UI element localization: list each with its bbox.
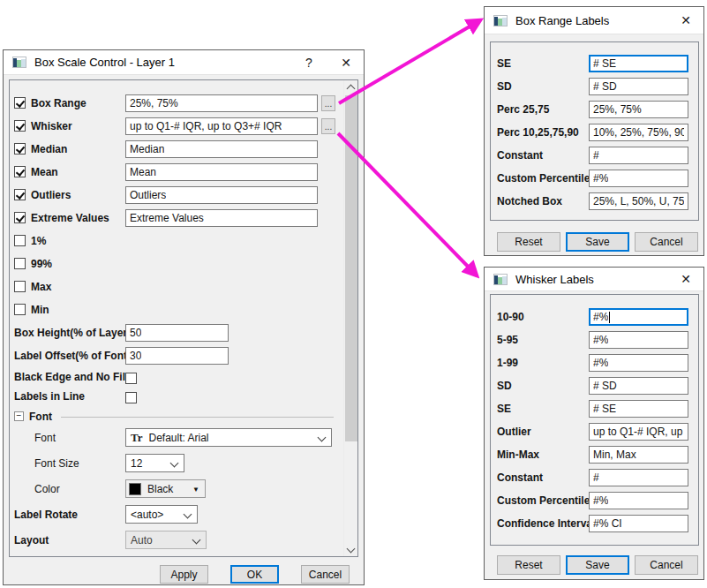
titlebar[interactable]: Box Scale Control - Layer 1 ? ✕ xyxy=(4,50,364,75)
input-box-range[interactable]: 25%, 75% xyxy=(125,94,318,112)
apply-button[interactable]: Apply xyxy=(160,565,208,584)
input-value: # SE xyxy=(593,57,616,70)
input-value: 30 xyxy=(130,350,141,362)
dropdown-arrow-icon: ▼ xyxy=(192,485,199,493)
input-mean[interactable]: Mean xyxy=(125,163,318,181)
input-median[interactable]: Median xyxy=(125,140,318,158)
input-value: # xyxy=(593,471,599,484)
checkbox-outliers[interactable] xyxy=(14,189,26,200)
checkbox-min[interactable] xyxy=(14,304,26,315)
cancel-button[interactable]: Cancel xyxy=(635,555,698,575)
close-icon[interactable]: ✕ xyxy=(673,272,698,286)
row-font: −Font xyxy=(10,409,342,425)
checkbox-max[interactable] xyxy=(14,281,26,292)
checkbox-1[interactable] xyxy=(14,235,26,246)
group-divider xyxy=(61,417,334,418)
dialog-buttons: Apply OK Cancel xyxy=(160,565,350,584)
label-whisker: Whisker xyxy=(31,120,72,132)
ok-button[interactable]: OK xyxy=(230,565,279,584)
collapse-icon[interactable]: − xyxy=(14,411,24,421)
input-box-height-of-layer[interactable]: 50 xyxy=(125,324,229,342)
row-labels-in-line: Labels in Line xyxy=(10,389,342,403)
field-row-perc-10-25-75-90: Perc 10,25,75,9010%, 25%, 75%, 90% xyxy=(491,124,698,141)
checkbox-whisker[interactable] xyxy=(14,120,26,132)
input-5-95[interactable]: #% xyxy=(589,331,688,349)
input-custom-percentiles[interactable]: #% xyxy=(589,492,688,509)
field-row-sd: SD# SD xyxy=(491,377,698,395)
scroll-down-button[interactable] xyxy=(344,542,357,556)
input-extreme-values[interactable]: Extreme Values xyxy=(125,209,318,227)
color-swatch xyxy=(129,483,141,495)
titlebar[interactable]: Box Range Labels ✕ xyxy=(485,7,703,34)
label-box-range: Box Range xyxy=(31,97,86,109)
input-se[interactable]: # SE xyxy=(589,55,688,72)
input-constant[interactable]: # xyxy=(589,147,688,164)
input-se[interactable]: # SE xyxy=(589,400,688,418)
row-label-offset-of-font: Label Offset(% of Font)30 xyxy=(10,347,342,365)
input-outliers[interactable]: Outliers xyxy=(125,186,318,204)
checkbox-median[interactable] xyxy=(14,143,26,155)
dropdown-color[interactable]: Black▼ xyxy=(125,479,206,498)
field-row-se: SE# SE xyxy=(491,55,698,72)
scrollbar-thumb[interactable] xyxy=(345,95,357,441)
label-extreme-values: Extreme Values xyxy=(31,212,109,224)
input-label-offset-of-font[interactable]: 30 xyxy=(125,347,229,365)
checkbox-labels-in-line[interactable] xyxy=(125,392,137,403)
checkbox-mean[interactable] xyxy=(14,166,26,177)
checkbox-box-range[interactable] xyxy=(14,97,26,109)
checkbox-black-edge-and-no-fill[interactable] xyxy=(125,373,137,384)
scroll-up-button[interactable] xyxy=(344,80,357,94)
close-icon[interactable]: ✕ xyxy=(673,13,698,27)
cancel-button[interactable]: Cancel xyxy=(301,565,350,584)
input-outlier[interactable]: up to Q1-# IQR, up to Q3+# IQR xyxy=(589,423,688,441)
dropdown-font[interactable]: TrDefault: Arial xyxy=(125,428,332,447)
label-5-95: 5-95 xyxy=(497,334,518,346)
dropdown-font-size[interactable]: 12 xyxy=(125,454,184,472)
input-whisker[interactable]: up to Q1-# IQR, up to Q3+# IQR xyxy=(125,117,318,135)
label-min-max: Min-Max xyxy=(497,449,539,461)
dropdown-layout[interactable]: Auto xyxy=(125,531,207,549)
input-value: # SD xyxy=(593,80,617,93)
row-font-size: Font Size12 xyxy=(10,454,342,472)
input-perc-25-75[interactable]: 25%, 75% xyxy=(589,101,688,118)
field-row-custom-percentiles: Custom Percentiles#% xyxy=(491,170,698,187)
input-constant[interactable]: # xyxy=(589,469,688,486)
field-row-confidence-interval: Confidence Interval#% CI xyxy=(491,515,698,532)
box-range-labels-dialog: Box Range Labels ✕ SE# SESD# SDPerc 25,7… xyxy=(484,6,704,256)
input-notched-box[interactable]: 25%, L, 50%, U, 75% xyxy=(589,192,688,210)
text-caret xyxy=(609,312,610,323)
font-preview-icon: Tr xyxy=(131,431,142,445)
chevron-down-icon xyxy=(192,536,201,545)
input-10-90[interactable]: #% xyxy=(589,308,688,326)
row-layout: LayoutAuto xyxy=(10,531,342,549)
input-custom-percentiles[interactable]: #% xyxy=(589,170,688,187)
vertical-scrollbar[interactable] xyxy=(343,80,357,556)
input-perc-10-25-75-90[interactable]: 10%, 25%, 75%, 90% xyxy=(589,124,688,141)
checkbox-99[interactable] xyxy=(14,258,26,269)
input-value: #% xyxy=(593,311,608,323)
input-value: #% xyxy=(593,172,608,185)
titlebar[interactable]: Whisker Labels ✕ xyxy=(485,268,703,291)
dropdown-label-rotate[interactable]: <auto> xyxy=(125,505,198,524)
input-value: #% xyxy=(593,357,608,369)
checkbox-extreme-values[interactable] xyxy=(14,212,26,223)
cancel-button[interactable]: Cancel xyxy=(635,232,698,252)
save-button[interactable]: Save xyxy=(566,555,629,575)
ellipsis-button-box-range[interactable]: ... xyxy=(321,95,335,111)
input-value: Extreme Values xyxy=(130,212,204,224)
reset-button[interactable]: Reset xyxy=(497,232,560,252)
ellipsis-button-whisker[interactable]: ... xyxy=(321,118,335,134)
help-button[interactable]: ? xyxy=(297,56,321,70)
input-confidence-interval[interactable]: #% CI xyxy=(589,515,688,532)
dialog-buttons: Reset Save Cancel xyxy=(497,555,698,575)
input-sd[interactable]: # SD xyxy=(589,78,688,95)
reset-button[interactable]: Reset xyxy=(497,555,560,575)
input-sd[interactable]: # SD xyxy=(589,377,688,395)
box-scale-control-dialog: Box Scale Control - Layer 1 ? ✕ Box Rang… xyxy=(3,49,365,585)
input-1-99[interactable]: #% xyxy=(589,354,688,372)
close-icon[interactable]: ✕ xyxy=(334,56,358,70)
input-min-max[interactable]: Min, Max xyxy=(589,446,688,464)
save-button[interactable]: Save xyxy=(566,232,629,252)
label-1: 1% xyxy=(31,235,46,247)
input-value: Outliers xyxy=(130,189,166,201)
